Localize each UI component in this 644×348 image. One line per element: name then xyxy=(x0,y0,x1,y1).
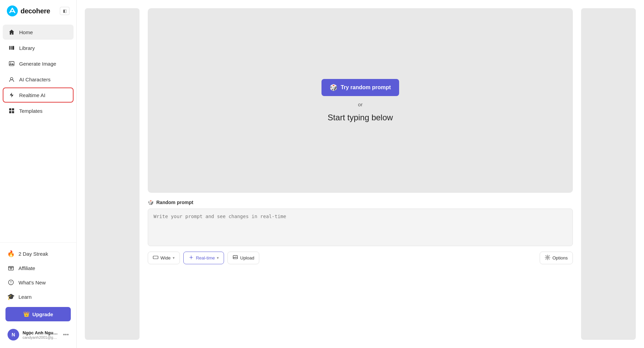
affiliate-label: Affiliate xyxy=(18,265,35,271)
prompt-label: 🎲 Random prompt xyxy=(148,200,573,205)
app-name: decohere xyxy=(21,7,50,15)
svg-rect-4 xyxy=(9,62,14,66)
wide-button[interactable]: Wide ▾ xyxy=(148,252,180,264)
svg-point-5 xyxy=(10,63,11,64)
svg-rect-10 xyxy=(12,111,14,113)
affiliate-icon xyxy=(8,265,14,271)
options-button[interactable]: Options xyxy=(540,252,573,264)
image-preview-area: 🎲 Try random prompt or Start typing belo… xyxy=(148,8,573,193)
wide-label: Wide xyxy=(160,255,171,260)
affiliate-item[interactable]: Affiliate xyxy=(3,261,74,275)
svg-point-14 xyxy=(11,283,11,283)
upload-icon xyxy=(233,255,238,261)
upgrade-button[interactable]: 👑 Upgrade xyxy=(5,307,71,321)
sidebar-item-templates[interactable]: Templates xyxy=(3,103,74,118)
upload-button[interactable]: Upload xyxy=(227,252,259,264)
user-name: Ngọc Anh Nguyễn xyxy=(23,330,60,335)
options-gear-icon xyxy=(545,255,550,261)
learn-icon: 🎓 xyxy=(8,293,14,300)
whats-new-item[interactable]: What's New xyxy=(3,276,74,289)
prompt-toolbar: Wide ▾ Real-time ▾ Upload xyxy=(148,252,573,264)
svg-rect-17 xyxy=(233,255,238,259)
sidebar-item-home-label: Home xyxy=(19,29,33,35)
library-icon xyxy=(8,44,15,51)
svg-rect-1 xyxy=(9,46,10,50)
user-email: candyanh2001@gmail.com xyxy=(23,335,60,339)
avatar: N xyxy=(8,329,19,340)
fire-icon: 🔥 xyxy=(8,250,14,257)
start-typing-label: Start typing below xyxy=(328,113,393,122)
realtime-icon xyxy=(188,255,194,261)
svg-point-18 xyxy=(547,257,549,258)
logo-area: decohere ◧ xyxy=(0,0,76,23)
upload-label: Upload xyxy=(240,255,254,260)
realtime-label: Real-time xyxy=(196,255,215,260)
whats-new-label: What's New xyxy=(18,280,46,285)
sidebar: decohere ◧ Home Library Generate Image xyxy=(0,0,77,348)
realtime-button[interactable]: Real-time ▾ xyxy=(183,252,224,264)
realtime-chevron-icon: ▾ xyxy=(217,256,219,260)
sidebar-item-generate-image[interactable]: Generate Image xyxy=(3,56,74,71)
svg-point-16 xyxy=(190,257,192,258)
or-label: or xyxy=(358,102,363,107)
user-more-icon[interactable]: ••• xyxy=(63,332,69,338)
svg-point-0 xyxy=(7,5,18,16)
learn-label: Learn xyxy=(18,294,31,300)
wide-chevron-icon: ▾ xyxy=(173,256,175,260)
home-icon xyxy=(8,29,15,36)
main-content: 🎲 Try random prompt or Start typing belo… xyxy=(77,0,644,348)
sidebar-item-home[interactable]: Home xyxy=(3,25,74,40)
svg-rect-2 xyxy=(11,46,12,50)
options-label: Options xyxy=(552,255,568,260)
collapse-sidebar-button[interactable]: ◧ xyxy=(60,7,69,15)
svg-rect-9 xyxy=(9,111,11,113)
left-panel xyxy=(85,8,140,340)
prompt-label-icon: 🎲 xyxy=(148,200,154,205)
dice-icon: 🎲 xyxy=(330,84,337,91)
whats-new-icon xyxy=(8,279,14,286)
upgrade-crown-icon: 👑 xyxy=(23,311,30,317)
generate-image-icon xyxy=(8,60,15,67)
sidebar-item-realtime-label: Realtime AI xyxy=(19,92,45,98)
prompt-label-text: Random prompt xyxy=(156,200,193,205)
sidebar-item-library-label: Library xyxy=(19,45,35,51)
try-random-prompt-button[interactable]: 🎲 Try random prompt xyxy=(321,79,399,96)
app-logo-icon xyxy=(7,5,18,16)
prompt-area: 🎲 Random prompt Wide ▾ Real-time xyxy=(148,193,573,270)
sidebar-bottom: 🔥 2 Day Streak Affiliate What's New 🎓 Le… xyxy=(0,242,76,348)
wide-icon xyxy=(153,255,158,261)
right-panel xyxy=(581,8,636,340)
try-random-prompt-label: Try random prompt xyxy=(341,84,391,91)
svg-rect-3 xyxy=(12,46,14,50)
day-streak-label: 2 Day Streak xyxy=(18,251,48,257)
sidebar-item-library[interactable]: Library xyxy=(3,40,74,55)
svg-rect-15 xyxy=(153,256,158,259)
sidebar-item-ai-characters[interactable]: AI Characters xyxy=(3,72,74,87)
center-panel: 🎲 Try random prompt or Start typing belo… xyxy=(140,0,581,348)
realtime-ai-icon xyxy=(8,92,15,98)
upgrade-label: Upgrade xyxy=(32,311,53,317)
prompt-input[interactable] xyxy=(148,209,573,246)
sidebar-item-ai-characters-label: AI Characters xyxy=(19,77,51,82)
svg-point-12 xyxy=(10,268,12,269)
templates-icon xyxy=(8,107,15,114)
svg-rect-11 xyxy=(9,267,13,270)
sidebar-item-templates-label: Templates xyxy=(19,108,42,114)
sidebar-nav: Home Library Generate Image AI Character… xyxy=(0,23,76,242)
learn-item[interactable]: 🎓 Learn xyxy=(3,290,74,304)
day-streak-item[interactable]: 🔥 2 Day Streak xyxy=(3,247,74,260)
user-info: Ngọc Anh Nguyễn candyanh2001@gmail.com xyxy=(23,330,60,339)
sidebar-item-generate-label: Generate Image xyxy=(19,61,56,67)
user-profile[interactable]: N Ngọc Anh Nguyễn candyanh2001@gmail.com… xyxy=(3,325,74,344)
svg-rect-7 xyxy=(9,108,11,110)
ai-characters-icon xyxy=(8,76,15,83)
sidebar-item-realtime-ai[interactable]: Realtime AI xyxy=(3,88,74,103)
svg-rect-8 xyxy=(12,108,14,110)
